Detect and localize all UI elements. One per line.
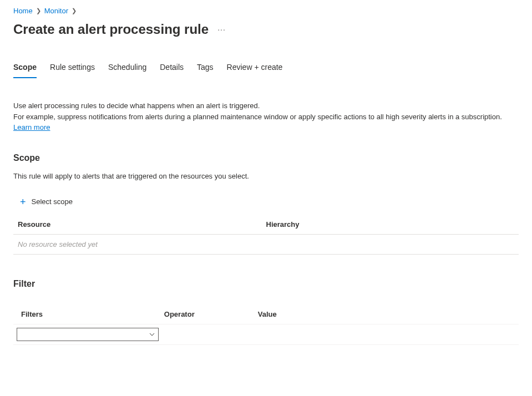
intro-text: Use alert processing rules to decide wha… [13,100,519,133]
tab-scope[interactable]: Scope [13,63,37,78]
column-hierarchy: Hierarchy [266,220,515,229]
chevron-down-icon [149,331,155,337]
tab-details[interactable]: Details [160,63,184,78]
select-scope-label: Select scope [32,197,73,206]
column-value: Value [258,310,514,318]
column-resource: Resource [18,220,266,229]
tab-review-create[interactable]: Review + create [227,63,283,78]
filter-dropdown[interactable] [17,328,159,341]
scope-section: Scope This rule will apply to alerts tha… [13,153,519,255]
page-header: Create an alert processing rule ··· [0,19,532,44]
scope-heading: Scope [13,153,519,163]
more-actions-button[interactable]: ··· [215,24,228,35]
select-scope-button[interactable]: + Select scope [13,194,519,210]
chevron-right-icon: ❯ [72,7,77,14]
plus-icon: + [20,197,26,207]
tab-rule-settings[interactable]: Rule settings [50,63,95,78]
filter-table-header: Filters Operator Value [13,306,519,324]
tabs: Scope Rule settings Scheduling Details T… [0,44,532,78]
page-title: Create an alert processing rule [13,22,209,37]
chevron-right-icon: ❯ [36,7,41,14]
scope-description: This rule will apply to alerts that are … [13,172,519,180]
intro-line-1: Use alert processing rules to decide wha… [13,101,260,110]
breadcrumb-home[interactable]: Home [13,7,33,15]
breadcrumb-monitor[interactable]: Monitor [44,7,68,15]
scope-empty-row: No resource selected yet [13,235,519,255]
breadcrumb: Home ❯ Monitor ❯ [0,0,532,19]
tab-scheduling[interactable]: Scheduling [108,63,146,78]
content-area: Use alert processing rules to decide wha… [0,78,532,345]
learn-more-link[interactable]: Learn more [13,123,50,131]
filter-row [13,324,519,345]
column-filters: Filters [21,310,164,318]
filter-section: Filter Filters Operator Value [13,279,519,345]
intro-line-2: For example, suppress notifications from… [13,113,502,121]
filter-heading: Filter [13,279,519,289]
scope-table: Resource Hierarchy No resource selected … [13,216,519,255]
scope-table-header: Resource Hierarchy [13,216,519,235]
column-operator: Operator [164,310,258,318]
tab-tags[interactable]: Tags [197,63,214,78]
